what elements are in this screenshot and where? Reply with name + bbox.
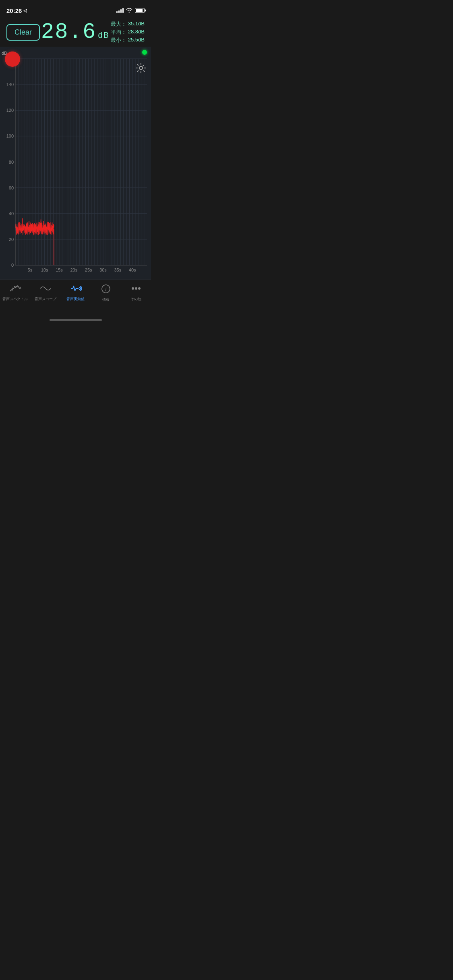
tab-rms-label: 音声実効値 <box>66 296 85 302</box>
info-icon: i <box>101 284 111 296</box>
min-label: 最小： <box>111 37 126 44</box>
home-indicator <box>0 313 151 327</box>
avg-label: 平均： <box>111 29 126 36</box>
svg-point-4 <box>135 287 137 290</box>
rms-icon <box>70 284 82 295</box>
more-icon <box>130 284 142 295</box>
max-label: 最大： <box>111 21 126 28</box>
battery-icon <box>135 8 145 13</box>
min-stat: 最小： 25.5dB <box>111 37 145 44</box>
main-display: 28.6 dB <box>41 21 110 43</box>
db-unit: dB <box>98 31 109 39</box>
tab-bar: 音声スペクトル 音声スコープ 音声実効値 <box>0 280 151 313</box>
tab-spectrum-label: 音声スペクトル <box>2 296 28 302</box>
status-bar: 20:26 ◁ <box>0 0 151 18</box>
stats-panel: 最大： 35.1dB 平均： 28.8dB 最小： 25.5dB <box>111 21 145 44</box>
tab-more-label: その他 <box>130 296 141 302</box>
chart-area <box>0 47 151 280</box>
tab-scope-label: 音声スコープ <box>35 296 56 302</box>
spectrum-icon <box>9 284 21 295</box>
tab-info[interactable]: i 情報 <box>91 284 121 303</box>
svg-text:i: i <box>105 286 107 292</box>
avg-value: 28.8dB <box>128 29 145 36</box>
tab-rms[interactable]: 音声実効値 <box>60 284 91 302</box>
max-stat: 最大： 35.1dB <box>111 21 145 28</box>
home-bar <box>50 319 102 321</box>
db-value: 28.6 <box>41 21 97 43</box>
avg-stat: 平均： 28.8dB <box>111 29 145 36</box>
sound-chart <box>0 47 151 280</box>
record-button[interactable] <box>5 51 20 67</box>
navigation-icon: ◁ <box>23 8 27 13</box>
settings-button[interactable] <box>136 63 146 76</box>
svg-point-3 <box>132 287 134 290</box>
svg-point-0 <box>139 66 143 70</box>
time-display: 20:26 <box>6 7 22 14</box>
tab-scope[interactable]: 音声スコープ <box>30 284 60 302</box>
clear-button[interactable]: Clear <box>6 24 40 41</box>
main-db-display: 28.6 dB <box>41 21 110 43</box>
tab-more[interactable]: その他 <box>121 284 151 302</box>
header: Clear 28.6 dB 最大： 35.1dB 平均： 28.8dB 最小： … <box>0 18 151 47</box>
app-container: 20:26 ◁ Clear <box>0 0 151 327</box>
min-value: 25.5dB <box>128 37 145 44</box>
status-time: 20:26 ◁ <box>6 7 27 14</box>
tab-info-label: 情報 <box>102 297 110 303</box>
scope-icon <box>39 284 52 295</box>
active-indicator <box>142 50 147 55</box>
wifi-icon <box>126 8 132 14</box>
tab-spectrum[interactable]: 音声スペクトル <box>0 284 30 302</box>
max-value: 35.1dB <box>128 21 145 28</box>
signal-icon <box>116 8 124 13</box>
svg-point-5 <box>138 287 141 290</box>
status-icons <box>116 8 145 14</box>
